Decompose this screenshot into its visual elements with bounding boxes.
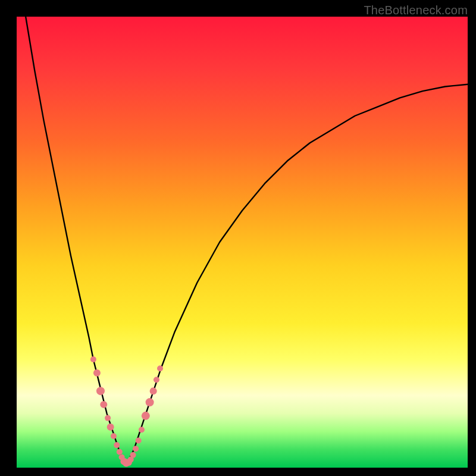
marker-point bbox=[90, 356, 96, 362]
chart-svg bbox=[0, 0, 476, 476]
marker-point bbox=[100, 401, 107, 408]
marker-point bbox=[114, 442, 120, 448]
marker-point bbox=[107, 424, 114, 431]
marker-point bbox=[130, 452, 136, 458]
marker-point bbox=[105, 415, 111, 421]
marker-point bbox=[154, 377, 159, 383]
marker-point bbox=[117, 449, 123, 455]
marker-point bbox=[93, 369, 101, 377]
curve-right-branch bbox=[125, 84, 468, 464]
outer-frame: TheBottleneck.com bbox=[0, 0, 476, 476]
marker-point bbox=[139, 427, 145, 433]
marker-point bbox=[96, 387, 105, 395]
marker-point bbox=[136, 438, 142, 444]
marker-point bbox=[157, 365, 163, 371]
marker-point bbox=[142, 412, 150, 420]
marker-point bbox=[150, 387, 157, 394]
marker-point bbox=[133, 446, 139, 452]
curve-left-branch bbox=[26, 17, 125, 463]
marker-point bbox=[146, 398, 154, 406]
marker-point bbox=[111, 433, 117, 439]
